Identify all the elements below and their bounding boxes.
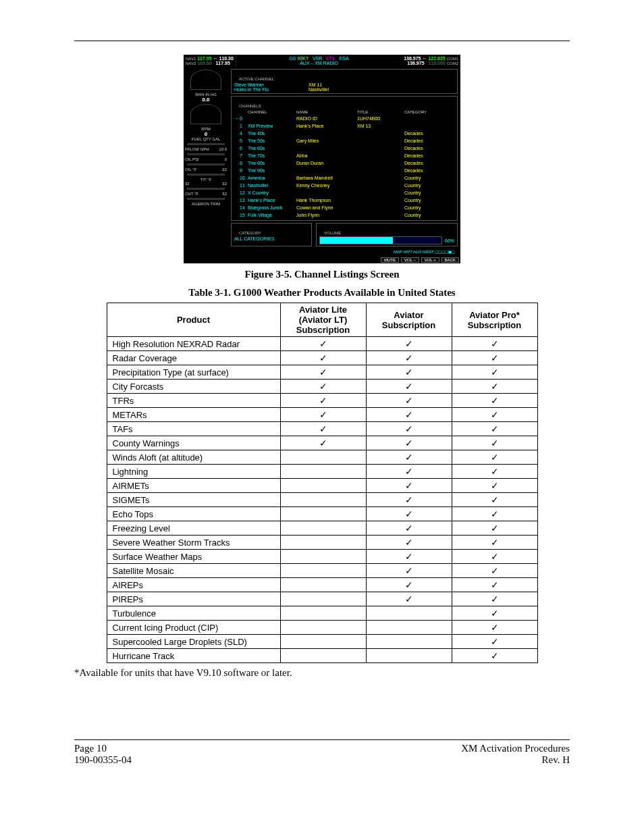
cell-pro: ✓ <box>452 351 537 365</box>
channels-list[interactable]: →0RADIO ID1UH74B001XM PreviewHank's Plac… <box>234 115 454 219</box>
table-row: Lightning✓✓ <box>107 465 537 479</box>
cell-lite: ✓ <box>280 380 366 394</box>
nav2-standby: 117.95 <box>215 61 230 66</box>
cell-product: Turbulence <box>107 606 280 621</box>
gs-label: GS <box>289 56 296 61</box>
table-row: Freezing Level✓✓ <box>107 521 537 536</box>
cell-product: AIREPs <box>107 578 280 592</box>
trim-label: AILERON TRIM <box>185 202 227 206</box>
channel-row[interactable]: 13Hank's PlaceHank ThompsonCountry <box>234 197 454 204</box>
cell-pro: ✓ <box>452 450 537 465</box>
volume-pct: 66% <box>445 238 454 243</box>
channel-row[interactable]: 11Nashville!Kenny ChesneyCountry <box>234 182 454 189</box>
active-channel-box: ACTIVE CHANNEL Steve WarinerXM 11 Holes … <box>231 69 458 94</box>
cell-product: TAFs <box>107 422 280 436</box>
esa-label: ESA <box>340 56 349 61</box>
table-row: City Forcasts✓✓✓ <box>107 380 537 394</box>
cell-lite: ✓ <box>280 351 366 365</box>
channel-row[interactable]: 9The 90sDecades <box>234 167 454 174</box>
cell-product: Winds Aloft (at altitude) <box>107 450 280 465</box>
com1-standby: 122.825 <box>428 56 445 61</box>
page-group-strip: MAP WPT AUX NRST ◻◻◻◻◼◻ <box>231 249 458 255</box>
channel-row[interactable]: 6The 60sDecades <box>234 145 454 152</box>
channel-row[interactable]: →0RADIO ID1UH74B00 <box>234 115 454 122</box>
softkey-vol-down[interactable]: VOL – <box>401 257 419 263</box>
cell-aviator: ✓ <box>366 493 452 507</box>
channel-row[interactable]: 10AmericaBarbara MandrellCountry <box>234 174 454 182</box>
scr-header: NAV1 117.95 ↔ 110.30 NAV2 109.00 117.95 … <box>184 55 460 67</box>
softkey-mute[interactable]: MUTE <box>381 257 399 263</box>
com2-standby: 118.000 <box>428 61 445 66</box>
cell-pro: ✓ <box>452 521 537 536</box>
cell-lite <box>280 635 366 649</box>
cell-product: Freezing Level <box>107 521 280 536</box>
cell-product: Lightning <box>107 465 280 479</box>
table-row: AIREPs✓✓ <box>107 578 537 592</box>
cell-aviator: ✓ <box>366 465 452 479</box>
cell-aviator: ✓ <box>366 578 452 592</box>
channels-header: CHANNEL NAME TITLE CATEGORY <box>234 109 454 115</box>
channel-row[interactable]: 5The 50sGary MilesDecades <box>234 137 454 145</box>
softkey-back[interactable]: BACK <box>441 257 459 263</box>
com1-label: COM1 <box>447 57 458 61</box>
channel-row[interactable]: 12X CountryCountry <box>234 189 454 197</box>
com2-active: 136.975 <box>407 61 424 66</box>
cell-pro: ✓ <box>452 408 537 422</box>
table-caption: Table 3-1. G1000 Weather Products Availa… <box>74 287 570 298</box>
cell-aviator: ✓ <box>366 536 452 550</box>
channel-row[interactable]: 1XM PreviewHank's PlaceXM 13 <box>234 122 454 130</box>
cell-product: METARs <box>107 408 280 422</box>
cell-aviator: ✓ <box>366 521 452 536</box>
man-in-val: 0.0 <box>185 97 227 103</box>
cell-product: Radar Coverage <box>107 351 280 365</box>
cell-aviator <box>366 606 452 621</box>
xm-radio-panel: ACTIVE CHANNEL Steve WarinerXM 11 Holes … <box>228 67 460 257</box>
channel-row[interactable]: 15Folk VillageJohn FlynnCountry <box>234 211 454 219</box>
com-cell: 136.975 ↔ 122.825 COM1 136.975 118.000 C… <box>402 55 460 67</box>
col-channel: CHANNEL <box>248 110 296 114</box>
g1000-screenshot: NAV1 117.95 ↔ 110.30 NAV2 109.00 117.95 … <box>184 55 460 263</box>
cell-product: TFRs <box>107 394 280 408</box>
cell-lite: ✓ <box>280 436 366 450</box>
channel-row[interactable]: 4The 40sDecades <box>234 130 454 137</box>
nav1-active: 117.95 <box>197 56 211 61</box>
cell-aviator <box>366 649 452 663</box>
cell-product: Severe Weather Storm Tracks <box>107 536 280 550</box>
cell-product: Satellite Mosaic <box>107 564 280 578</box>
cell-aviator: ✓ <box>366 422 452 436</box>
footnote: *Available for units that have V9.10 sof… <box>74 667 570 679</box>
table-row: County Warnings✓✓✓ <box>107 436 537 450</box>
softkey-vol-up[interactable]: VOL + <box>421 257 439 263</box>
footer-rev: Rev. H <box>461 754 570 766</box>
tit-val2: 32 <box>222 182 227 186</box>
channels-title: CHANNELS <box>237 104 263 108</box>
channel-row[interactable]: 8The 80sDuran DuranDecades <box>234 159 454 167</box>
com1-active: 136.975 <box>404 56 421 61</box>
cell-aviator: ✓ <box>366 351 452 365</box>
aux-page-title: AUX – XM RADIO <box>236 61 402 66</box>
table-row: PIREPs✓✓ <box>107 592 537 606</box>
engine-strip: MAN IN HG 0.0 RPM 0 FUEL QTY GAL FFLOW G… <box>184 67 228 257</box>
cell-aviator <box>366 635 452 649</box>
cell-aviator: ✓ <box>366 592 452 606</box>
table-row: Winds Aloft (at altitude)✓✓ <box>107 450 537 465</box>
table-row: Supercooled Large Droplets (SLD)✓ <box>107 635 537 649</box>
cell-pro: ✓ <box>452 493 537 507</box>
category-value[interactable]: ALL CATEGORIES <box>234 236 308 241</box>
ete-label: ETE <box>326 56 336 61</box>
cell-pro: ✓ <box>452 635 537 649</box>
table-row: Radar Coverage✓✓✓ <box>107 351 537 365</box>
channel-row[interactable]: 14Bluegrass JunctiCowan and FlynnCountry <box>234 204 454 211</box>
channel-row[interactable]: 7The 70sAbbaDecades <box>234 152 454 159</box>
footer-title: XM Activation Procedures <box>461 743 570 754</box>
com2-label: COM2 <box>447 61 458 66</box>
cell-pro: ✓ <box>452 592 537 606</box>
cell-lite <box>280 536 366 550</box>
cell-pro: ✓ <box>452 337 537 351</box>
cell-lite <box>280 606 366 621</box>
volume-bar[interactable] <box>319 236 442 244</box>
cell-pro: ✓ <box>452 564 537 578</box>
cell-pro: ✓ <box>452 578 537 592</box>
table-row: High Resolution NEXRAD Radar✓✓✓ <box>107 337 537 351</box>
cell-pro: ✓ <box>452 649 537 663</box>
